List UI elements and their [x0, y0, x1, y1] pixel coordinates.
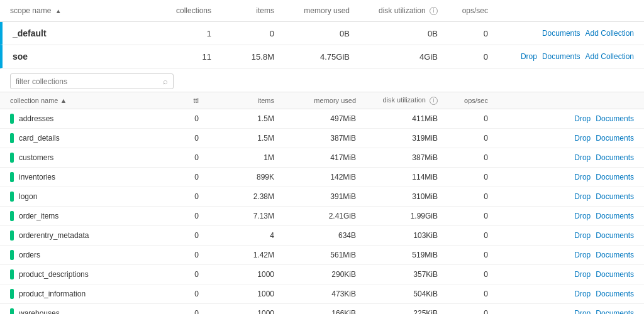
collection-ops: 0 — [438, 231, 488, 240]
collection-documents-link[interactable]: Documents — [596, 134, 634, 143]
disk-info-icon[interactable]: i — [430, 7, 438, 15]
collection-disk: 411MiB — [356, 114, 438, 123]
filter-collections-input[interactable] — [16, 77, 163, 86]
collection-disk: 103KiB — [356, 231, 438, 240]
collection-items: 1M — [199, 153, 274, 162]
collection-documents-link[interactable]: Documents — [596, 309, 634, 314]
collection-drop-link[interactable]: Drop — [574, 290, 591, 298]
collection-status-indicator — [10, 133, 14, 143]
collection-name: warehouses — [19, 309, 148, 314]
collection-items: 899K — [199, 173, 274, 181]
collection-memory: 166KiB — [274, 309, 356, 314]
collection-status-indicator — [10, 172, 14, 182]
collection-actions: Drop Documents — [488, 270, 634, 279]
collection-row: warehouses 0 1000 166KiB 225KiB 0 Drop D… — [0, 304, 644, 314]
collection-documents-link[interactable]: Documents — [596, 231, 634, 240]
collection-row: card_details 0 1.5M 387MiB 319MiB 0 Drop… — [0, 129, 644, 148]
collection-name: logon — [19, 192, 148, 201]
collection-disk: 225KiB — [356, 309, 438, 314]
sh-ttl: ttl — [148, 97, 199, 104]
collection-actions: Drop Documents — [488, 173, 634, 181]
collection-row: inventories 0 899K 142MiB 114MiB 0 Drop … — [0, 168, 644, 187]
collection-ttl: 0 — [148, 134, 199, 143]
collection-drop-link[interactable]: Drop — [574, 270, 591, 279]
header-scope-label: scope name — [10, 6, 51, 15]
collection-items: 1.5M — [199, 134, 274, 143]
collection-drop-link[interactable]: Drop — [574, 134, 591, 143]
collection-row: product_descriptions 0 1000 290KiB 357Ki… — [0, 265, 644, 284]
collection-memory: 391MiB — [274, 192, 356, 201]
collection-memory: 497MiB — [274, 114, 356, 123]
soe-drop-link[interactable]: Drop — [521, 52, 537, 61]
header-items: items — [211, 6, 274, 15]
collection-actions: Drop Documents — [488, 309, 634, 314]
default-add-collection-link[interactable]: Add Collection — [586, 29, 634, 38]
header-disk: disk utilization i — [350, 6, 438, 15]
header-ops: ops/sec — [438, 6, 488, 15]
collection-status-indicator — [10, 250, 14, 260]
collection-drop-link[interactable]: Drop — [574, 231, 591, 240]
collection-drop-link[interactable]: Drop — [574, 173, 591, 181]
collection-status-indicator — [10, 114, 14, 124]
collection-documents-link[interactable]: Documents — [596, 270, 634, 279]
collections-sub-header: collection name ▲ ttl items memory used … — [0, 92, 644, 109]
collection-drop-link[interactable]: Drop — [574, 212, 591, 220]
collection-name: order_items — [19, 212, 148, 220]
collection-drop-link[interactable]: Drop — [574, 251, 591, 259]
collection-status-indicator — [10, 269, 14, 279]
collection-documents-link[interactable]: Documents — [596, 212, 634, 220]
collection-name: orderentry_metadata — [19, 231, 148, 240]
collection-ops: 0 — [438, 153, 488, 162]
collection-documents-link[interactable]: Documents — [596, 290, 634, 298]
sh-items: items — [199, 97, 274, 104]
collection-documents-link[interactable]: Documents — [596, 114, 634, 123]
collection-status-indicator — [10, 211, 14, 221]
collection-actions: Drop Documents — [488, 134, 634, 143]
soe-documents-link[interactable]: Documents — [542, 52, 580, 61]
collection-name: inventories — [19, 173, 148, 181]
collection-documents-link[interactable]: Documents — [596, 153, 634, 162]
collection-ttl: 0 — [148, 231, 199, 240]
collection-disk: 1.99GiB — [356, 212, 438, 220]
scope-soe-actions: Drop Documents Add Collection — [488, 52, 634, 61]
collection-drop-link[interactable]: Drop — [574, 153, 591, 162]
collection-ops: 0 — [438, 270, 488, 279]
sh-disk: disk utilization i — [356, 96, 438, 105]
collection-documents-link[interactable]: Documents — [596, 192, 634, 201]
collection-ttl: 0 — [148, 309, 199, 314]
collection-actions: Drop Documents — [488, 231, 634, 240]
collection-memory: 2.41GiB — [274, 212, 356, 220]
collection-drop-link[interactable]: Drop — [574, 309, 591, 314]
collection-drop-link[interactable]: Drop — [574, 192, 591, 201]
collection-status-indicator — [10, 192, 14, 202]
collection-memory: 417MiB — [274, 153, 356, 162]
sh-memory: memory used — [274, 97, 356, 104]
collection-actions: Drop Documents — [488, 153, 634, 162]
search-icon: ⌕ — [163, 77, 168, 86]
collection-ttl: 0 — [148, 192, 199, 201]
collection-drop-link[interactable]: Drop — [574, 114, 591, 123]
scope-row-soe: soe 11 15.8M 4.75GiB 4GiB 0 Drop Documen… — [0, 45, 644, 68]
sh-collection-name[interactable]: collection name ▲ — [10, 97, 148, 104]
sort-arrow-scope: ▲ — [55, 8, 62, 14]
collection-row: customers 0 1M 417MiB 387MiB 0 Drop Docu… — [0, 148, 644, 168]
collection-ops: 0 — [438, 173, 488, 181]
collection-ops: 0 — [438, 309, 488, 314]
collection-documents-link[interactable]: Documents — [596, 251, 634, 259]
default-documents-link[interactable]: Documents — [542, 29, 580, 38]
collection-documents-link[interactable]: Documents — [596, 173, 634, 181]
collection-ops: 0 — [438, 114, 488, 123]
collection-ttl: 0 — [148, 212, 199, 220]
collection-ops: 0 — [438, 192, 488, 201]
sub-disk-info-icon[interactable]: i — [430, 97, 438, 105]
collection-memory: 634B — [274, 231, 356, 240]
scope-default-memory: 0B — [274, 29, 350, 38]
soe-add-collection-link[interactable]: Add Collection — [586, 52, 634, 61]
collection-actions: Drop Documents — [488, 114, 634, 123]
collection-ttl: 0 — [148, 153, 199, 162]
scope-default-collections: 1 — [136, 29, 211, 38]
collection-memory: 290KiB — [274, 270, 356, 279]
collection-ttl: 0 — [148, 173, 199, 181]
collection-disk: 114MiB — [356, 173, 438, 181]
header-scope-name[interactable]: scope name ▲ — [10, 6, 136, 15]
